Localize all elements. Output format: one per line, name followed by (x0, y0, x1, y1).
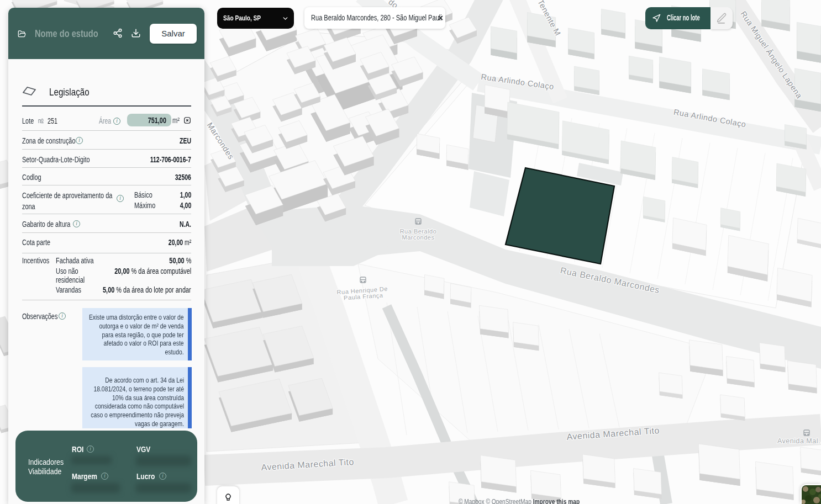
svg-text:Marcondes: Marcondes (402, 234, 435, 241)
svg-text:Avenida Mal..T: Avenida Mal..T (777, 437, 821, 445)
